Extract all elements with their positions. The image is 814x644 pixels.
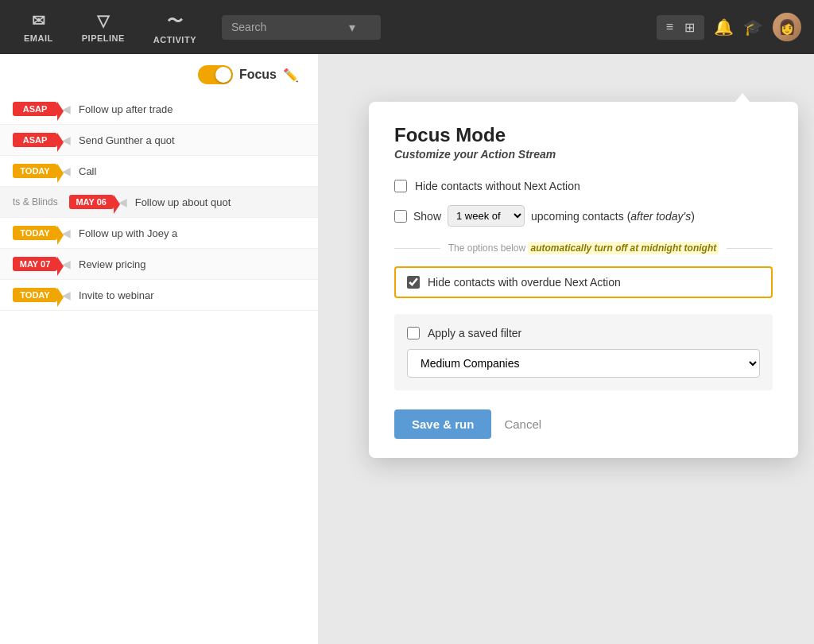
email-icon: ✉: [32, 11, 46, 30]
badge-today: TODAY: [13, 288, 57, 302]
company-label: ts & Blinds: [13, 196, 58, 208]
divider-note: The options below automatically turn off…: [394, 242, 773, 254]
search-dropdown-icon[interactable]: ▾: [349, 20, 355, 35]
list-view-icon[interactable]: ≡: [663, 18, 676, 37]
badge-asap: ASAP: [13, 133, 57, 147]
hide-no-next-action-checkbox[interactable]: [394, 180, 407, 192]
table-row[interactable]: MAY 07 ◀ Review pricing: [0, 249, 318, 280]
right-area: Focus Mode Customize your Action Stream …: [318, 54, 814, 644]
notification-bell-icon[interactable]: 🔔: [714, 17, 734, 37]
save-run-button[interactable]: Save & run: [394, 409, 491, 439]
main-area: Focus ✏️ ASAP ◀ Follow up after trade AS…: [0, 54, 814, 644]
action-text: Follow up about quot: [135, 196, 305, 208]
show-upcoming-checkbox[interactable]: [394, 210, 407, 223]
show-label: Show: [413, 210, 441, 223]
nav-email[interactable]: ✉ EMAIL: [13, 5, 64, 49]
modal-title: Focus Mode: [394, 124, 773, 146]
nav-pipeline-label: PIPELINE: [82, 33, 125, 43]
nav-pipeline[interactable]: ▽ PIPELINE: [71, 5, 136, 49]
grid-view-icon[interactable]: ⊞: [681, 18, 698, 37]
show-weeks-select[interactable]: 1 week of 2 weeks of 1 month of: [448, 205, 525, 227]
show-upcoming-text: upcoming contacts (after today's): [531, 210, 695, 223]
view-toggle: ≡ ⊞: [657, 15, 704, 40]
saved-filter-label[interactable]: Apply a saved filter: [428, 327, 521, 339]
saved-filter-checkbox[interactable]: [407, 327, 420, 339]
focus-modal: Focus Mode Customize your Action Stream …: [369, 102, 798, 458]
table-row[interactable]: ASAP ◀ Follow up after trade: [0, 94, 318, 125]
action-text: Review pricing: [79, 258, 305, 270]
table-row[interactable]: TODAY ◀ Call: [0, 156, 318, 187]
hide-no-next-action-row: Hide contacts without Next Action: [394, 180, 773, 192]
activity-icon: 〜: [167, 10, 184, 32]
toggle-knob: [215, 67, 231, 83]
table-row[interactable]: ASAP ◀ Send Gunther a quot: [0, 125, 318, 156]
modal-subtitle: Customize your Action Stream: [394, 148, 773, 161]
avatar-image: 👩: [773, 13, 801, 41]
modal-notch: [735, 93, 750, 103]
search-bar: ▾: [222, 15, 381, 40]
action-text: Follow up with Joey a: [79, 227, 305, 239]
overdue-row: Hide contacts with overdue Next Action: [394, 266, 773, 298]
badge-today: TODAY: [13, 226, 57, 240]
search-input[interactable]: [231, 21, 343, 33]
nav-right: ≡ ⊞ 🔔 🎓 👩: [657, 13, 801, 41]
filter-select[interactable]: Medium Companies All Companies Hot Leads…: [407, 349, 760, 378]
edit-icon[interactable]: ✏️: [283, 68, 299, 83]
focus-label: Focus: [239, 68, 277, 82]
divider-text: The options below automatically turn off…: [440, 242, 727, 254]
badge-asap: ASAP: [13, 102, 57, 116]
action-text: Follow up after trade: [79, 103, 305, 115]
modal-actions: Save & run Cancel: [394, 409, 773, 439]
focus-toggle-bar: Focus ✏️: [0, 54, 318, 91]
graduation-icon[interactable]: 🎓: [743, 17, 763, 37]
avatar[interactable]: 👩: [773, 13, 801, 41]
table-row[interactable]: TODAY ◀ Follow up with Joey a: [0, 218, 318, 249]
pipeline-icon: ▽: [97, 11, 110, 30]
action-text: Invite to webinar: [79, 289, 305, 301]
divider-line-right: [727, 248, 773, 249]
action-text: Call: [79, 165, 305, 177]
hide-overdue-checkbox[interactable]: [407, 276, 420, 289]
badge-date: MAY 06: [69, 195, 114, 209]
nav-activity-label: ACTIVITY: [153, 35, 196, 45]
focus-toggle[interactable]: [198, 65, 233, 84]
action-list: ASAP ◀ Follow up after trade ASAP ◀ Send…: [0, 94, 318, 311]
modal-overlay: Focus Mode Customize your Action Stream …: [318, 54, 814, 644]
left-panel: Focus ✏️ ASAP ◀ Follow up after trade AS…: [0, 54, 318, 644]
cancel-button[interactable]: Cancel: [504, 417, 541, 431]
table-row[interactable]: TODAY ◀ Invite to webinar: [0, 280, 318, 311]
nav-email-label: EMAIL: [24, 33, 53, 43]
overdue-label[interactable]: Hide contacts with overdue Next Action: [428, 276, 621, 289]
show-upcoming-row: Show 1 week of 2 weeks of 1 month of upc…: [394, 205, 773, 227]
saved-filter-section: Apply a saved filter Medium Companies Al…: [394, 314, 773, 390]
hide-no-next-action-text: Hide contacts without Next Action: [415, 180, 580, 192]
badge-today: TODAY: [13, 164, 57, 178]
action-text: Send Gunther a quot: [79, 134, 305, 146]
divider-line-left: [394, 248, 440, 249]
top-nav: ✉ EMAIL ▽ PIPELINE 〜 ACTIVITY ▾ ≡ ⊞ 🔔 🎓 …: [0, 0, 814, 54]
badge-date: MAY 07: [13, 257, 57, 271]
saved-filter-row: Apply a saved filter: [407, 327, 760, 339]
hide-no-next-action-label[interactable]: Hide contacts without Next Action: [394, 180, 580, 192]
table-row[interactable]: ts & Blinds MAY 06 ◀ Follow up about quo…: [0, 187, 318, 218]
nav-activity[interactable]: 〜 ACTIVITY: [142, 4, 207, 51]
